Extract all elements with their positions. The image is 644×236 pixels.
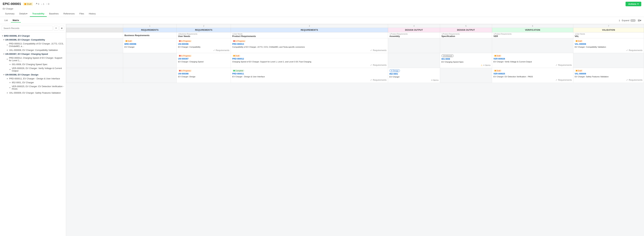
col-header-empty — [66, 28, 123, 32]
col-sub-3: ↳Product RequirementsAssembly — [388, 32, 440, 38]
view-list-btn[interactable]: List — [3, 18, 10, 23]
cell-link[interactable]: VER-000026 — [494, 58, 572, 60]
cell-link[interactable]: VER-000025 — [494, 73, 572, 75]
dot-icon — [7, 92, 8, 93]
sidebar-search-bar: + ▾ — [0, 24, 66, 33]
sidebar: + ▾ ▾BRD-000096, EV Charger▾UN-000396, E… — [0, 24, 66, 236]
tab-details[interactable]: Details ▾ — [17, 11, 30, 17]
tab-baselines[interactable]: Baselines — [47, 11, 61, 17]
meta-up: ↑ 0 — [46, 3, 49, 5]
sidebar-tree-item-BRD-000096[interactable]: ▾BRD-000096, EV Charger — [0, 34, 66, 38]
col-header-1: REQUIREMENTS — [177, 28, 231, 32]
col-num-4: 4 — [388, 24, 440, 28]
matrix-row-1: In Progress UN-000397 EV Charger: Chargi… — [66, 53, 644, 68]
sidebar-tree-item-UN-000397[interactable]: ▾UN-000397, EV Charger: Charging Speed — [0, 52, 66, 56]
cell-status: In Progress — [178, 70, 192, 72]
col-num-3: 3 — [231, 24, 388, 28]
sidebar-more-button[interactable]: ▾ — [60, 26, 64, 31]
main-layout: + ▾ ▾BRD-000096, EV Charger▾UN-000396, E… — [0, 24, 644, 236]
cell-status: Complete — [232, 70, 244, 72]
chevron-icon: ▾ — [2, 35, 3, 37]
col-sub-1: ↳Business RequirementsUser Needs — [177, 32, 231, 38]
sidebar-tree-item-UN-000398[interactable]: ▾UN-000398, EV Charger: Design — [0, 73, 66, 77]
tab-summary[interactable]: Summary — [3, 11, 17, 17]
tab-traceability[interactable]: Traceability — [30, 11, 47, 17]
view-toggle: List Matrix — [3, 18, 21, 23]
col-sub-5: ↳Product RequirementsVER — [492, 32, 573, 38]
cell-desc: EV Charger - Design & User Interface — [232, 75, 386, 78]
sidebar-tree-item-001-0008[interactable]: 001-0008, EV Charging Speed Spec — [0, 62, 66, 66]
actions-button[interactable]: Actions ▾ — [626, 2, 641, 6]
dot-icon — [7, 59, 8, 60]
meta-links: 0 — [35, 3, 39, 5]
cell-link[interactable]: UN-000397 — [178, 58, 229, 60]
cell-desc: EV Charger: EV Detection Verification - … — [494, 75, 572, 78]
nav-tabs: Summary Details ▾ Traceability Baselines… — [3, 11, 641, 17]
matrix-cell-empty-1-3 — [388, 53, 440, 68]
sidebar-tree-item-VAL-000009[interactable]: VAL-000009, EV Charger: Safety Features … — [0, 91, 66, 95]
cell-link[interactable]: PRD-000013 — [232, 43, 386, 45]
epic-subtitle: EV Charger — [3, 8, 641, 11]
view-matrix-btn[interactable]: Matrix — [11, 18, 21, 23]
cell-status: In Progress — [232, 40, 246, 42]
matrix-row-label-2 — [66, 68, 123, 83]
cell-link[interactable]: 852-0001 — [390, 73, 438, 75]
cell-footer: ✓ Requirements — [232, 79, 386, 81]
col-header-4: DESIGN OUTPUT — [440, 28, 492, 32]
tab-references[interactable]: References — [61, 11, 77, 17]
matrix-cell-1-1: In Progress UN-000397 EV Charger: Chargi… — [177, 53, 231, 68]
sidebar-tree-item-852-0001[interactable]: 852-0001, EV Charger — [0, 81, 66, 84]
warning-icon: ⚠ — [481, 64, 482, 67]
col-header-5: VERIFICATION — [492, 28, 573, 32]
matrix-area: 1234567 REQUIREMENTSREQUIREMENTSREQUIREM… — [66, 24, 644, 236]
dot-icon — [10, 69, 10, 70]
matrix-cell-2-1: In Progress UN-000398 EV Charger: Design — [177, 68, 231, 83]
cell-link[interactable]: 001-0008 — [442, 58, 490, 60]
sidebar-tree-item-VER-000025[interactable]: VER-000025, EV Charger: EV Detection Ver… — [0, 84, 66, 91]
expand-toggle-switch[interactable] — [630, 19, 636, 22]
sidebar-tree-item-VAL-000008[interactable]: VAL-000008, EV Charger: Compatibility Va… — [0, 48, 66, 52]
chevron-icon: ▾ — [4, 39, 4, 41]
sidebar-tree-item-VER-000026[interactable]: VER-000026, EV Charger: Verify Voltage &… — [0, 66, 66, 73]
sidebar-tree-item-UN-000396[interactable]: ▾UN-000396, EV Charger: Compatibility — [0, 38, 66, 42]
cell-link[interactable]: BRD-000096 — [124, 43, 175, 45]
col-num-6: 6 — [492, 24, 573, 28]
cell-link[interactable]: PRD-000012 — [232, 58, 386, 60]
cell-link[interactable]: VAL-000008 — [575, 43, 642, 45]
cell-link[interactable]: UN-000398 — [178, 73, 229, 75]
cell-footer: ≡ Items — [390, 79, 438, 81]
dot-icon — [10, 82, 10, 83]
cell-footer: ✓ Requirements — [494, 64, 572, 66]
cell-status: In Progress — [178, 55, 192, 57]
sidebar-tree-item-PRD-000012[interactable]: PRD-000012, Charging Speed of EV Charger… — [0, 56, 66, 62]
dot-icon — [7, 78, 8, 79]
sidebar-tree-item-PRD-000011[interactable]: PRD-000011, EV Charger - Design & User I… — [0, 77, 66, 81]
cell-desc: EV Charger: Verify Voltage & Current Out… — [494, 60, 572, 63]
cell-footer: ✓ Requirements — [575, 79, 642, 81]
epic-id: EPIC-000001 — [3, 2, 21, 6]
search-input[interactable] — [2, 26, 53, 31]
col-num-7: 7 — [573, 24, 644, 28]
sidebar-tree-item-PRD-000013[interactable]: PRD-000013, Compatibility of EV Charger.… — [0, 42, 66, 48]
cell-link[interactable]: UN-000396 — [178, 43, 229, 45]
matrix-cell-empty-0-4 — [440, 38, 492, 53]
tab-history[interactable]: History — [86, 11, 98, 17]
cell-desc: Compatibility of EV Charger. J1772, CCS,… — [232, 46, 386, 48]
col-sub-6: ↳User NeedsVAL — [573, 32, 644, 38]
matrix-cell-empty-1-6 — [573, 53, 644, 68]
cell-link[interactable]: VAL-000009 — [575, 73, 642, 75]
cell-status: In Progress — [178, 40, 192, 42]
add-record-button[interactable]: + — [54, 26, 58, 31]
col-sub-4: ↳Product RequirementsSpecification — [440, 32, 492, 38]
matrix-cell-empty-0-3 — [388, 38, 440, 53]
matrix-cell-1-2: Draft PRD-000012 Charging Speed of EV Ch… — [231, 53, 388, 68]
cell-status: Draft — [494, 55, 502, 57]
matrix-cell-0-2: In Progress PRD-000013 Compatibility of … — [231, 38, 388, 53]
matrix-cell-1-4: Unreleased 001-0008 EV Charging Speed Sp… — [440, 53, 492, 68]
cell-desc: EV Charging Speed Spec — [442, 61, 490, 63]
grid-view-icon[interactable]: ⊞▾ — [638, 19, 641, 22]
tab-files[interactable]: Files — [77, 11, 86, 17]
cell-link[interactable]: PRD-000011 — [232, 73, 386, 75]
matrix-cell-empty-0-5 — [492, 38, 573, 53]
matrix-table: 1234567 REQUIREMENTSREQUIREMENTSREQUIREM… — [66, 24, 644, 83]
